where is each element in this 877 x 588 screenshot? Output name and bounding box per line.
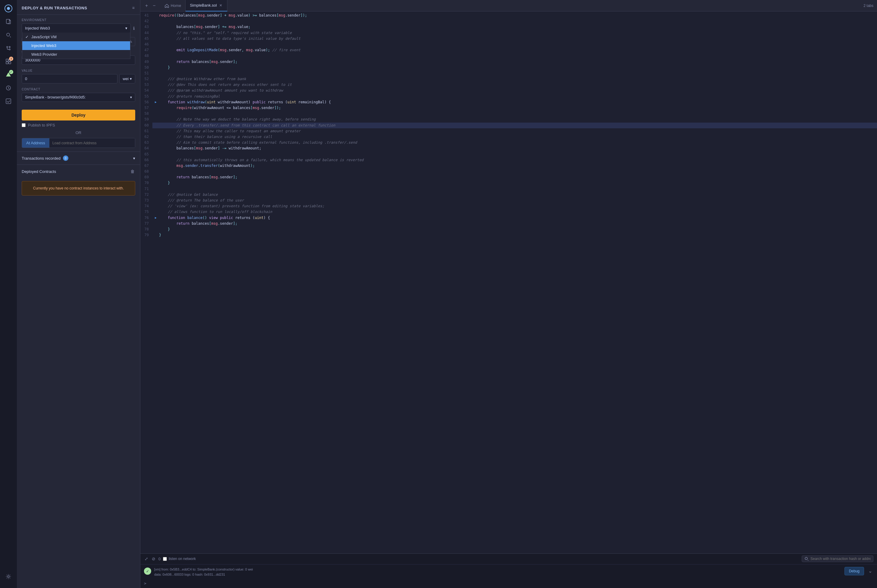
home-icon — [165, 4, 169, 8]
code-line-48 — [152, 53, 877, 59]
verify-icon[interactable] — [3, 96, 14, 106]
env-option-javascript-vm[interactable]: ✓ JavaScript VM — [22, 33, 130, 41]
contract-label: CONTRACT — [22, 88, 135, 91]
at-address-input[interactable] — [49, 138, 135, 148]
tx-expand-button[interactable]: ⌄ — [867, 567, 873, 575]
zoom-in-button[interactable]: + — [144, 2, 149, 10]
search-icon[interactable] — [3, 30, 14, 40]
code-line-41: require((balances[msg.sender] + msg.valu… — [152, 13, 877, 18]
code-line-49: return balances[msg.sender]; — [152, 59, 877, 65]
terminal-search-input[interactable] — [810, 556, 871, 561]
value-input[interactable] — [22, 74, 117, 84]
code-line-46 — [152, 42, 877, 47]
env-option-label: Web3 Provider — [31, 52, 57, 57]
environment-info-button[interactable]: ℹ — [132, 25, 135, 32]
env-option-injected-web3[interactable]: Injected Web3 — [22, 41, 130, 50]
deployed-contracts-label: Deployed Contracts — [22, 169, 56, 174]
svg-point-14 — [805, 557, 807, 560]
code-editor[interactable]: 4142434445 4647484950 5152535455 5657585… — [140, 12, 877, 554]
icon-bar: 3 ✓ — [0, 0, 17, 588]
tab-home[interactable]: Home — [160, 0, 186, 12]
at-address-button[interactable]: At Address — [22, 138, 49, 148]
code-line-57: require(withdrawAmount <= balances[msg.s… — [152, 105, 877, 111]
environment-dropdown[interactable]: Injected Web3 ▾ ✓ JavaScript VM Injected… — [22, 24, 131, 33]
code-line-44: // no "this." or "self." required with s… — [152, 30, 877, 36]
code-line-71 — [152, 186, 877, 192]
transactions-header[interactable]: Transactions recorded 0 ▾ — [22, 155, 135, 161]
svg-point-13 — [7, 576, 9, 578]
svg-point-5 — [9, 49, 10, 50]
terminal-clear-icon[interactable]: ⊘ — [151, 556, 156, 562]
terminal-counter: 0 — [158, 556, 160, 561]
publish-ipfs-label: Publish to IPFS — [28, 123, 55, 128]
deployed-contracts-actions: 🗑 — [130, 168, 135, 174]
environment-section: ENVIRONMENT Injected Web3 ▾ ✓ JavaScript… — [22, 18, 135, 33]
tx-success-icon: ✓ — [144, 567, 151, 575]
chevron-down-icon: ▾ — [125, 26, 127, 30]
terminal-expand-icon[interactable]: ⤢ — [144, 556, 149, 562]
listen-checkbox[interactable] — [163, 557, 167, 561]
code-line-52: /// @notice Withdraw ether from bank — [152, 76, 877, 82]
code-line-78: } — [152, 226, 877, 232]
publish-ipfs-row: Publish to IPFS — [22, 123, 135, 128]
debug-icon[interactable] — [3, 82, 14, 93]
code-line-76: ▶ function balance() view public returns… — [152, 215, 877, 221]
environment-label: ENVIRONMENT — [22, 18, 135, 22]
tx-debug-button[interactable]: Debug — [844, 567, 864, 575]
svg-rect-7 — [6, 59, 8, 61]
code-line-42 — [152, 18, 877, 24]
code-line-53: /// @dev This does not return any excess… — [152, 82, 877, 88]
or-divider: OR — [22, 130, 135, 135]
code-line-56: ▶ function withdraw(uint withdrawAmount)… — [152, 99, 877, 105]
tab-simplebank[interactable]: SimpleBank.sol ✕ — [186, 0, 227, 12]
zoom-out-button[interactable]: − — [151, 2, 157, 10]
contract-chevron-icon: ▾ — [130, 95, 132, 99]
deployed-contracts-header: Deployed Contracts 🗑 — [22, 168, 135, 174]
transactions-expand-icon: ▾ — [133, 156, 135, 160]
code-line-73: /// @return The balance of the user — [152, 198, 877, 203]
files-icon[interactable] — [3, 16, 14, 27]
code-line-66: // this automatically throws on a failur… — [152, 157, 877, 163]
tab-simplebank-label: SimpleBank.sol — [190, 3, 217, 8]
code-line-62: // than their balance using a recursive … — [152, 134, 877, 140]
settings-icon[interactable] — [3, 571, 14, 582]
contract-selector[interactable]: SimpleBank - browser/gists/f490c0d5: ▾ — [22, 93, 135, 102]
code-line-72: /// @notice Get balance — [152, 192, 877, 198]
terminal-search-icon — [804, 556, 809, 561]
tx-text: [vm] from: 0x5B3...eddC4 to: SimpleBank.… — [154, 567, 253, 578]
deployed-contracts-section: Deployed Contracts 🗑 — [17, 165, 140, 178]
code-line-68 — [152, 169, 877, 174]
tabs-count: 2 tabs — [864, 4, 877, 8]
deploy-title: DEPLOY & RUN TRANSACTIONS — [22, 6, 87, 10]
environment-trigger[interactable]: Injected Web3 ▾ — [22, 24, 130, 33]
transaction-log-row: ✓ [vm] from: 0x5B3...eddC4 to: SimpleBan… — [140, 564, 877, 580]
logo-icon[interactable] — [3, 3, 14, 14]
delete-contracts-button[interactable]: 🗑 — [130, 168, 135, 174]
code-line-77: return balances[msg.sender]; — [152, 221, 877, 226]
tx-line1: [vm] from: 0x5B3...eddC4 to: SimpleBank.… — [154, 567, 253, 572]
plugin-icon[interactable]: 3 — [3, 56, 14, 67]
contract-section: CONTRACT SimpleBank - browser/gists/f490… — [22, 88, 135, 102]
panel-menu-button[interactable]: ≡ — [132, 5, 135, 11]
unit-selector[interactable]: wei ▾ — [119, 74, 135, 84]
deploy-icon[interactable]: ✓ — [3, 69, 14, 80]
tab-close-button[interactable]: ✕ — [219, 3, 223, 8]
svg-rect-9 — [6, 62, 8, 64]
deploy-panel: DEPLOY & RUN TRANSACTIONS ≡ ENVIRONMENT … — [17, 0, 140, 588]
git-icon[interactable] — [3, 43, 14, 54]
unit-value: wei — [123, 76, 129, 81]
deploy-button[interactable]: Deploy — [22, 110, 135, 120]
environment-selected: Injected Web3 — [25, 26, 50, 30]
tab-home-label: Home — [171, 3, 181, 8]
env-option-web3-provider[interactable]: Web3 Provider — [22, 50, 130, 59]
contract-value: SimpleBank - browser/gists/f490c0d5: — [25, 95, 85, 99]
code-line-45: // all values set to data type's initial… — [152, 36, 877, 42]
value-row: wei ▾ — [22, 74, 135, 84]
terminal-prompt: > — [140, 580, 877, 588]
unit-chevron-icon: ▾ — [130, 76, 132, 81]
publish-ipfs-checkbox[interactable] — [22, 123, 25, 127]
svg-rect-12 — [6, 99, 11, 104]
value-section: VALUE wei ▾ — [22, 69, 135, 84]
checkmark-icon: ✓ — [25, 34, 30, 39]
code-content: require((balances[msg.sender] + msg.valu… — [152, 12, 877, 554]
